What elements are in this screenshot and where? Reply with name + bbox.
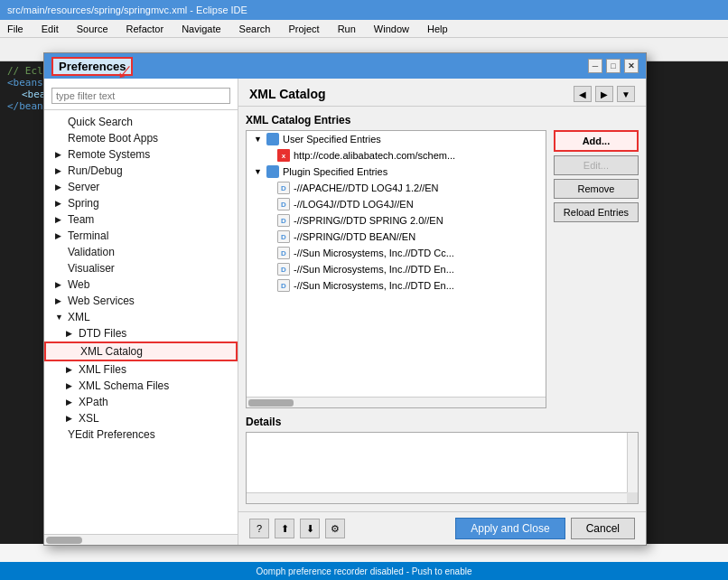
tree-item-visualiser[interactable]: Visualiser xyxy=(44,260,238,276)
tree-item-label: XSL xyxy=(79,412,99,425)
settings-icon-button[interactable]: ⚙ xyxy=(325,519,345,538)
add-button[interactable]: Add... xyxy=(554,130,639,152)
entry-text: http://code.alibabatech.com/schem... xyxy=(294,150,455,161)
nav-dropdown-button[interactable]: ▼ xyxy=(617,86,635,102)
doc-icon: D xyxy=(277,214,290,227)
help-icon-button[interactable]: ? xyxy=(249,519,269,538)
plugin-entries-group[interactable]: ▼ Plugin Specified Entries xyxy=(247,164,546,180)
user-entry-alibaba[interactable]: x http://code.alibabatech.com/schem... xyxy=(247,147,546,164)
menu-source[interactable]: Source xyxy=(73,23,112,35)
tree-item-quick-search[interactable]: Quick Search xyxy=(44,114,238,130)
export-icon-button[interactable]: ⬇ xyxy=(300,519,320,538)
tree-item-xml-catalog[interactable]: XML Catalog xyxy=(44,341,238,361)
menu-window[interactable]: Window xyxy=(370,23,413,35)
tree-item-label: Run/Debug xyxy=(68,164,123,177)
cancel-button[interactable]: Cancel xyxy=(571,518,635,539)
tree-item-server[interactable]: ▶ Server xyxy=(44,179,238,195)
x-icon: x xyxy=(277,149,290,162)
details-scrollbar-v[interactable] xyxy=(627,433,638,492)
footer-icons: ? ⬆ ⬇ ⚙ xyxy=(249,519,448,538)
details-scrollbar-corner xyxy=(627,492,638,503)
ide-titlebar: src/main/resources/spring/springmvc.xml … xyxy=(0,0,728,20)
tree-item-spring[interactable]: ▶ Spring xyxy=(44,195,238,211)
menu-search[interactable]: Search xyxy=(236,23,275,35)
arrow-icon: ▶ xyxy=(55,296,64,305)
tree-item-xml-schema-files[interactable]: ▶ XML Schema Files xyxy=(44,378,238,394)
tree-item-label: XML Catalog xyxy=(80,345,143,358)
menu-run[interactable]: Run xyxy=(334,23,359,35)
tree-item-yedit[interactable]: YEdit Preferences xyxy=(44,426,238,443)
dialog-title-controls: ─ □ ✕ xyxy=(588,59,639,73)
menu-help[interactable]: Help xyxy=(424,23,452,35)
reload-entries-button[interactable]: Reload Entries xyxy=(554,202,639,222)
xml-catalog-title: XML Catalog xyxy=(249,87,326,101)
tree-item-label: Remote Boot Apps xyxy=(68,132,158,145)
menu-navigate[interactable]: Navigate xyxy=(178,23,224,35)
tree-item-dtd-files[interactable]: ▶ DTD Files xyxy=(44,325,238,341)
plugin-entries-label: Plugin Specified Entries xyxy=(283,166,387,177)
tree-item-web-services[interactable]: ▶ Web Services xyxy=(44,293,238,309)
plugin-entry-5[interactable]: D -//Sun Microsystems, Inc.//DTD Cc... xyxy=(247,245,546,261)
dialog-footer: ? ⬆ ⬇ ⚙ Apply and Close Cancel xyxy=(238,511,646,545)
dialog-body: Quick Search Remote Boot Apps ▶ Remote S… xyxy=(44,79,646,545)
tree-item-xsl[interactable]: ▶ XSL xyxy=(44,410,238,426)
scrollbar-thumb xyxy=(248,399,294,407)
plugin-entry-2[interactable]: D -//LOG4J//DTD LOG4J//EN xyxy=(247,196,546,212)
tree-item-xpath[interactable]: ▶ XPath xyxy=(44,394,238,410)
pref-panel-header xyxy=(44,79,238,110)
filter-input[interactable] xyxy=(51,88,230,104)
tree-item-xml[interactable]: ▼ XML xyxy=(44,309,238,325)
doc-icon: D xyxy=(277,230,290,243)
details-label: Details xyxy=(246,416,639,428)
menu-edit[interactable]: Edit xyxy=(38,23,62,35)
dialog-title: Preferences xyxy=(51,57,133,76)
edit-button[interactable]: Edit... xyxy=(554,155,639,175)
tree-item-team[interactable]: ▶ Team xyxy=(44,211,238,228)
tree-item-label: Terminal xyxy=(68,229,108,242)
dialog-minimize-button[interactable]: ─ xyxy=(588,59,602,73)
import-icon-button[interactable]: ⬆ xyxy=(275,519,294,538)
plugin-entry-4[interactable]: D -//SPRING//DTD BEAN//EN xyxy=(247,229,546,245)
tree-item-remote-systems[interactable]: ▶ Remote Systems xyxy=(44,146,238,163)
scrollbar-thumb xyxy=(46,537,82,544)
plugin-entry-7[interactable]: D -//Sun Microsystems, Inc.//DTD En... xyxy=(247,277,546,294)
entry-text: -//Sun Microsystems, Inc.//DTD En... xyxy=(294,280,454,291)
plugin-entry-6[interactable]: D -//Sun Microsystems, Inc.//DTD En... xyxy=(247,261,546,277)
tree-item-xml-files[interactable]: ▶ XML Files xyxy=(44,361,238,378)
menu-project[interactable]: Project xyxy=(285,23,322,35)
tree-item-label: Spring xyxy=(68,197,99,210)
user-entries-label: User Specified Entries xyxy=(283,134,381,145)
user-entries-icon xyxy=(266,133,279,145)
tree-item-label: XPath xyxy=(79,396,108,408)
plugin-entry-3[interactable]: D -//SPRING//DTD SPRING 2.0//EN xyxy=(247,212,546,229)
arrow-icon: ▶ xyxy=(66,398,75,407)
nav-forward-button[interactable]: ▶ xyxy=(595,86,613,102)
nav-back-button[interactable]: ◀ xyxy=(574,86,592,102)
remove-button[interactable]: Remove xyxy=(554,179,639,199)
dialog-maximize-button[interactable]: □ xyxy=(606,59,621,73)
ide-menubar: File Edit Source Refactor Navigate Searc… xyxy=(0,20,728,38)
tree-item-run-debug[interactable]: ▶ Run/Debug xyxy=(44,163,238,179)
preferences-panel: Quick Search Remote Boot Apps ▶ Remote S… xyxy=(44,79,238,545)
menu-file[interactable]: File xyxy=(4,23,27,35)
user-entries-group[interactable]: ▼ User Specified Entries xyxy=(247,131,546,147)
tree-item-validation[interactable]: Validation xyxy=(44,244,238,260)
menu-refactor[interactable]: Refactor xyxy=(123,23,168,35)
arrow-icon: ▼ xyxy=(55,313,64,322)
xml-panel-nav: ◀ ▶ ▼ xyxy=(574,86,635,102)
tree-item-terminal[interactable]: ▶ Terminal xyxy=(44,228,238,244)
arrow-icon: ▶ xyxy=(55,199,64,208)
pref-scrollbar-h[interactable] xyxy=(44,534,238,545)
apply-close-button[interactable]: Apply and Close xyxy=(455,518,565,539)
tree-item-label: Web Services xyxy=(68,295,135,307)
dialog-close-button[interactable]: ✕ xyxy=(624,59,639,73)
tree-item-web[interactable]: ▶ Web xyxy=(44,276,238,293)
plugin-entry-1[interactable]: D -//APACHE//DTD LOG4J 1.2//EN xyxy=(247,180,546,196)
doc-icon: D xyxy=(277,198,290,210)
entry-text: -//LOG4J//DTD LOG4J//EN xyxy=(294,199,414,210)
details-scrollbar-h[interactable] xyxy=(247,492,627,503)
arrow-icon: ▶ xyxy=(66,365,75,374)
tree-item-label: XML xyxy=(68,311,90,323)
tree-item-remote-boot[interactable]: Remote Boot Apps xyxy=(44,130,238,146)
catalog-scrollbar-h[interactable] xyxy=(247,397,546,407)
